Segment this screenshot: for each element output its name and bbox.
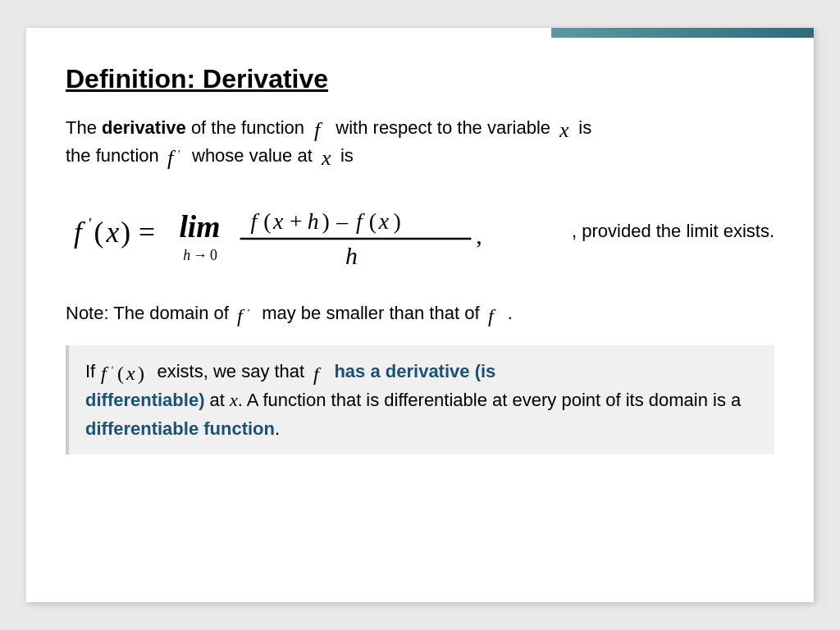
svg-text:(: ( bbox=[263, 208, 271, 234]
formula-svg: f ′ ( x ) = lim h → 0 f ( x + h bbox=[66, 186, 568, 276]
inline-x-svg: x bbox=[559, 116, 570, 142]
svg-text:f: f bbox=[101, 363, 109, 384]
note-plain1: Note: The domain of bbox=[66, 303, 234, 323]
if-bold3: differentiable function bbox=[85, 418, 275, 439]
svg-text:x: x bbox=[126, 363, 135, 384]
slide: Definition: Derivative The derivative of… bbox=[26, 28, 814, 602]
svg-text:h: h bbox=[308, 208, 319, 234]
inline-f-svg: f bbox=[313, 116, 327, 142]
svg-text:f: f bbox=[250, 208, 259, 234]
svg-text:): ) bbox=[393, 208, 400, 234]
svg-text:0: 0 bbox=[210, 247, 217, 263]
slide-title: Definition: Derivative bbox=[66, 64, 774, 94]
if-bold2: differentiable) bbox=[85, 390, 204, 410]
svg-text:h: h bbox=[345, 243, 358, 269]
if-fprime-x-svg: f′(x) bbox=[100, 359, 149, 386]
note-paragraph: Note: The domain of f′ may be smaller th… bbox=[66, 299, 774, 326]
if-plain5: . bbox=[275, 418, 280, 439]
svg-text:–: – bbox=[336, 208, 349, 234]
svg-text:f: f bbox=[356, 208, 365, 234]
intro-bold-derivative: derivative bbox=[102, 117, 186, 138]
inline-fprime-svg: f′ bbox=[167, 144, 185, 170]
svg-text:): ) bbox=[322, 208, 329, 234]
intro-plain4: is bbox=[573, 117, 591, 138]
intro-line2-plain2: whose value at bbox=[187, 145, 317, 166]
svg-text:′: ′ bbox=[88, 214, 92, 232]
svg-text:x: x bbox=[378, 208, 390, 234]
if-plain3: at bbox=[204, 390, 230, 410]
svg-text:′: ′ bbox=[247, 306, 249, 318]
if-plain1: If bbox=[85, 361, 100, 381]
svg-text:f: f bbox=[314, 118, 323, 142]
svg-text:f: f bbox=[167, 146, 176, 170]
svg-text:f: f bbox=[313, 363, 322, 385]
note-plain2: may be smaller than that of bbox=[257, 303, 485, 323]
svg-text:+: + bbox=[290, 208, 303, 234]
svg-text:′: ′ bbox=[111, 363, 113, 376]
inline-x2-svg: x bbox=[321, 144, 332, 170]
intro-plain3: with respect to the variable bbox=[331, 117, 555, 138]
note-fprime-svg: f′ bbox=[236, 303, 254, 327]
highlight-box: If f′(x) exists, we say that f has a der… bbox=[66, 345, 774, 455]
svg-text:=: = bbox=[139, 216, 155, 249]
svg-text:(: ( bbox=[117, 363, 124, 384]
svg-text:,: , bbox=[476, 222, 482, 249]
intro-plain2: of the function bbox=[186, 117, 309, 138]
svg-text:f: f bbox=[74, 216, 85, 249]
svg-text:x: x bbox=[321, 146, 331, 170]
svg-text:): ) bbox=[138, 363, 144, 384]
svg-text:lim: lim bbox=[179, 210, 220, 244]
svg-text:f: f bbox=[237, 305, 245, 326]
svg-text:x: x bbox=[559, 118, 569, 142]
if-italic-x: x bbox=[230, 390, 238, 410]
top-accent-bar bbox=[551, 28, 814, 38]
svg-text:f: f bbox=[488, 305, 496, 326]
intro-line2-plain1: the function bbox=[66, 145, 164, 166]
svg-text:′: ′ bbox=[177, 148, 180, 161]
note-f-svg: f bbox=[487, 303, 500, 327]
svg-text:→: → bbox=[193, 247, 208, 263]
intro-paragraph: The derivative of the function f with re… bbox=[66, 114, 774, 170]
formula-row: f ′ ( x ) = lim h → 0 f ( x + h bbox=[66, 186, 774, 276]
svg-text:(: ( bbox=[369, 208, 377, 234]
intro-plain1: The bbox=[66, 117, 102, 138]
if-plain2: exists, we say that bbox=[152, 361, 309, 381]
svg-text:h: h bbox=[183, 247, 190, 263]
intro-line2-plain3: is bbox=[336, 145, 354, 166]
svg-text:(: ( bbox=[94, 216, 104, 249]
svg-text:x: x bbox=[105, 216, 119, 249]
if-bold1: has a derivative (is bbox=[329, 361, 495, 381]
svg-text:x: x bbox=[272, 208, 284, 234]
if-f-svg: f bbox=[313, 359, 326, 386]
if-plain4: . A function that is differentiable at e… bbox=[238, 390, 742, 410]
provided-limit-text: , provided the limit exists. bbox=[572, 221, 774, 242]
note-plain3: . bbox=[503, 303, 513, 323]
svg-text:): ) bbox=[121, 216, 130, 249]
